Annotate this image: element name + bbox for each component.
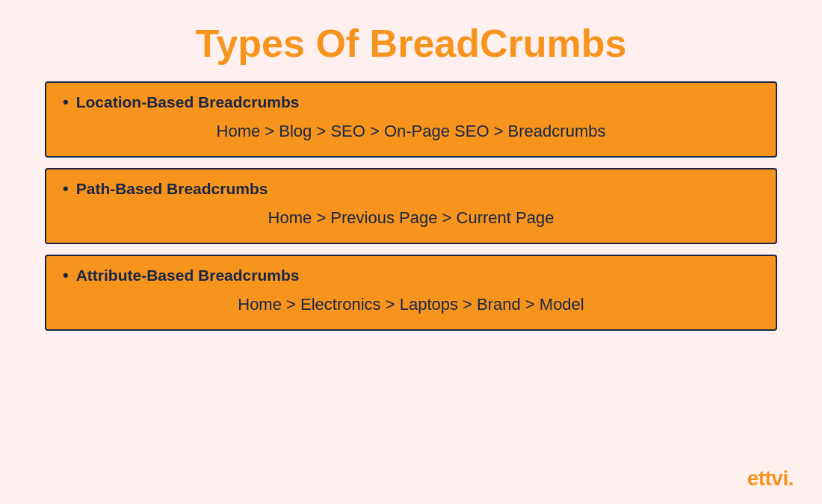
attribute-based-title: • Attribute-Based Breadcrumbs	[63, 267, 759, 284]
page-title: Types Of BreadCrumbs	[196, 22, 627, 65]
location-based-breadcrumb: Home > Blog > SEO > On-Page SEO > Breadc…	[63, 119, 759, 143]
title-highlight: BreadCrumbs	[370, 22, 627, 65]
logo-dot: .	[788, 467, 794, 490]
bullet-icon: •	[63, 94, 69, 111]
location-based-title: • Location-Based Breadcrumbs	[63, 93, 759, 111]
location-based-card: • Location-Based Breadcrumbs Home > Blog…	[45, 81, 777, 158]
path-based-card: • Path-Based Breadcrumbs Home > Previous…	[45, 168, 777, 244]
title-plain: Types Of	[196, 22, 370, 65]
attribute-based-card: • Attribute-Based Breadcrumbs Home > Ele…	[45, 255, 777, 331]
logo-text: ettvi	[747, 467, 788, 490]
ettvi-logo: ettvi.	[747, 467, 794, 491]
path-based-breadcrumb: Home > Previous Page > Current Page	[63, 205, 759, 229]
attribute-based-breadcrumb: Home > Electronics > Laptops > Brand > M…	[63, 292, 759, 316]
path-based-title: • Path-Based Breadcrumbs	[63, 180, 759, 198]
bullet-icon: •	[63, 267, 69, 284]
bullet-icon: •	[63, 181, 69, 197]
